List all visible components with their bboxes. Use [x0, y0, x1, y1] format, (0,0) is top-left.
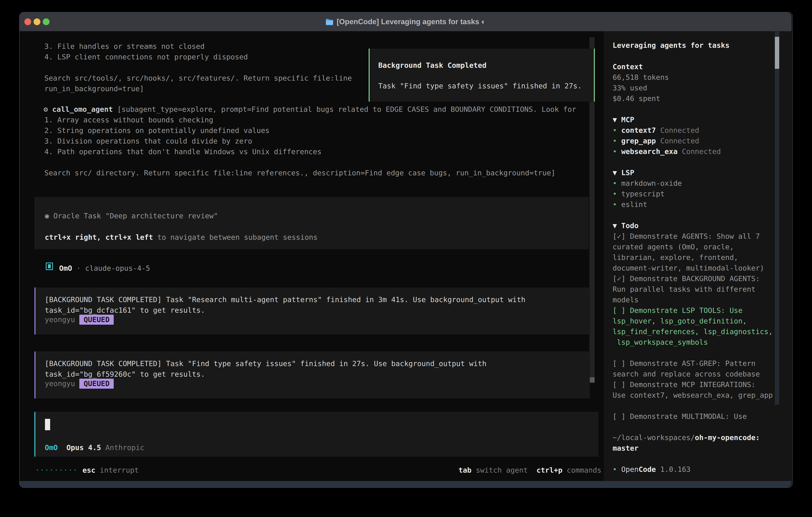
lsp-item: • markdown-oxide: [613, 178, 682, 189]
todo-item-active: [ ] Demonstrate LSP TOOLS: Use: [613, 305, 743, 316]
oracle-task-hint: ctrl+x right, ctrl+x left to navigate be…: [45, 232, 318, 243]
mcp-item: • context7 Connected: [613, 125, 699, 136]
toast-body: Task "Find type safety issues" finished …: [378, 81, 582, 91]
scrollback-line: 2. String operations on potentially unde…: [45, 125, 269, 136]
mcp-header: ▼ MCP: [613, 114, 634, 125]
context-used: 33% used: [613, 83, 647, 93]
session-title: Leveraging agents for tasks: [613, 40, 729, 51]
scrollback-line: 4. LSP client connections not properly d…: [45, 52, 248, 62]
todo-item: document-writer, multimodal-looker): [613, 263, 764, 273]
todo-item: curated agents (OmO, oracle,: [613, 242, 734, 252]
message-line: task_id="bg_dcfac161" to get results.: [45, 305, 205, 316]
queued-badge: QUEUED: [79, 315, 114, 325]
oracle-task-title: ◉ Oracle Task "Deep architecture review": [45, 211, 218, 221]
message-meta: yeongyu QUEUED: [45, 314, 114, 325]
text-layer: 3. File handles or streams not closed4. …: [0, 0, 812, 517]
todo-item: [ ] Demonstrate MULTIMODAL: Use: [613, 411, 747, 421]
workspace-path: ~/local-workspaces/oh-my-opencode:: [613, 432, 760, 443]
lsp-header: ▼ LSP: [613, 167, 634, 178]
todo-item: Run parallel tasks with different: [613, 284, 755, 295]
todo-item-active: lsp_workspace_symbols: [613, 337, 708, 348]
scrollback-line: Search src/ directory. Return specific f…: [45, 167, 555, 178]
scrollback-line: 4. Path operations that don't handle Win…: [45, 146, 321, 157]
todo-item: [ ] Demonstrate MCP INTEGRATIONS:: [613, 379, 755, 390]
todo-item: models: [613, 295, 639, 305]
input-model-line: OmO Opus 4.5 Anthropic: [45, 442, 144, 453]
status-left: ········· esc interrupt: [35, 465, 139, 475]
todo-item: search and replace across codebase: [613, 369, 760, 379]
todo-item: librarian, explore, frontend,: [613, 252, 738, 263]
todo-item: [ ] Demonstrate AST-GREP: Pattern: [613, 358, 755, 369]
todo-header: ▼ Todo: [613, 220, 639, 231]
todo-item-active: lsp_find_references, lsp_diagnostics,: [613, 326, 773, 337]
mcp-item: • grep_app Connected: [613, 136, 699, 146]
agent-model-line: OmO · claude-opus-4-5: [59, 263, 150, 273]
message-meta: yeongyu QUEUED: [45, 378, 114, 389]
context-header: Context: [613, 61, 643, 72]
mcp-item: • websearch_exa Connected: [613, 146, 721, 157]
toast-title: Background Task Completed: [378, 60, 487, 71]
message-line: [BACKGROUND TASK COMPLETED] Task "Resear…: [45, 294, 525, 305]
todo-item: [✓] Demonstrate BACKGROUND AGENTS:: [613, 273, 760, 284]
version-line: • OpenCode 1.0.163: [613, 464, 691, 474]
tool-call-line: ⚙ call_omo_agent [subagent_type=explore,…: [44, 104, 576, 114]
todo-item: [✓] Demonstrate AGENTS: Show all 7: [613, 231, 760, 242]
scrollback-line: 1. Array access without bounds checking: [45, 114, 213, 125]
message-line: [BACKGROUND TASK COMPLETED] Task "Find t…: [45, 358, 487, 369]
context-spent: $0.46 spent: [613, 93, 660, 104]
status-right: tab switch agent ctrl+p commands: [459, 465, 601, 475]
message-line: task_id="bg_6f59260c" to get results.: [45, 369, 205, 379]
workspace-branch: master: [613, 443, 639, 454]
queued-badge: QUEUED: [79, 379, 114, 389]
scrollback-line: 3. Division operations that could divide…: [45, 136, 252, 146]
todo-item: Use context7, websearch_exa, grep_app: [613, 390, 773, 401]
context-tokens: 66,518 tokens: [613, 72, 669, 83]
scrollback-line: run_in_background=true]: [45, 83, 144, 94]
lsp-item: • eslint: [613, 199, 647, 210]
scrollback-line: 3. File handles or streams not closed: [45, 41, 205, 52]
lsp-item: • typescript: [613, 189, 665, 199]
todo-item-active: lsp_hover, lsp_goto_definition,: [613, 316, 747, 326]
scrollback-line: Search src/tools/, src/hooks/, src/featu…: [45, 73, 352, 83]
